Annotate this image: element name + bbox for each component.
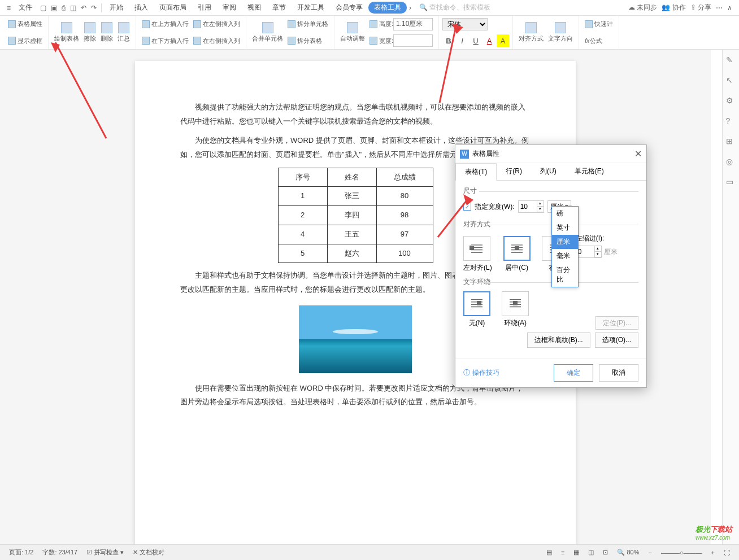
tab-layout[interactable]: 页面布局 <box>154 3 192 12</box>
size-section-label: 尺寸 <box>463 186 638 196</box>
tab-ref[interactable]: 引用 <box>192 3 217 12</box>
eraser-button[interactable]: 擦除 <box>81 21 98 44</box>
wrap-around-option[interactable] <box>502 291 529 316</box>
toolbox-icon[interactable]: ⊞ <box>726 137 736 147</box>
dd-item-cm[interactable]: 厘米 <box>552 235 578 249</box>
indent-input[interactable]: ▴▾ <box>576 246 602 258</box>
zoom-fit-icon[interactable]: ⊡ <box>598 549 612 556</box>
file-menu[interactable]: 文件 <box>13 3 38 12</box>
settings-icon[interactable]: ⚙ <box>726 96 736 106</box>
location-icon[interactable]: ◎ <box>726 157 736 167</box>
view-read-icon[interactable]: ◫ <box>584 549 598 556</box>
spin-up-icon[interactable]: ▴ <box>537 201 544 207</box>
tab-tabletools[interactable]: 表格工具 <box>368 2 407 14</box>
width-input[interactable]: ▴▾ <box>518 200 544 213</box>
col-width-input[interactable]: 宽度: <box>367 33 435 48</box>
cancel-button[interactable]: 取消 <box>599 364 638 382</box>
dialog-title: 表格属性 <box>472 149 499 159</box>
preview-icon[interactable]: ◫ <box>68 4 79 12</box>
close-icon[interactable]: ✕ <box>634 148 642 159</box>
zoom-slider[interactable]: ———○——— <box>657 549 707 556</box>
align-way-button[interactable]: 对齐方式 <box>516 21 546 44</box>
open-icon[interactable]: ▣ <box>49 4 59 12</box>
split-table-button[interactable]: 拆分表格 <box>285 36 331 46</box>
row-height-input[interactable]: 高度: 1.10厘米 <box>367 17 435 32</box>
formula-button[interactable]: fx 公式 <box>582 36 615 46</box>
zoom-level[interactable]: 🔍 80% <box>612 549 644 556</box>
more-icon[interactable]: ⋯ <box>714 4 725 12</box>
view-outline-icon[interactable]: ≡ <box>557 549 569 556</box>
table-row: 4王五97 <box>278 225 433 244</box>
dd-item-pt[interactable]: 磅 <box>552 207 578 221</box>
zoom-out-icon[interactable]: − <box>644 549 656 556</box>
align-center-option[interactable] <box>503 236 531 261</box>
tab-col[interactable]: 列(U) <box>531 163 566 180</box>
show-grid-button[interactable]: 显示虚框 <box>6 36 45 46</box>
document-table[interactable]: 序号姓名总成绩 1张三80 2李四98 4王五97 5赵六100 <box>278 168 433 263</box>
unit-dropdown-list[interactable]: 磅 英寸 厘米 毫米 百分比 <box>551 206 579 287</box>
help-link[interactable]: 操作技巧 <box>472 368 499 378</box>
draw-table-button[interactable]: 绘制表格 <box>52 21 81 44</box>
table-properties-dialog: W 表格属性 ✕ 表格(T) 行(R) 列(U) 单元格(E) 尺寸 ✓ 指定宽… <box>455 145 647 388</box>
tab-row[interactable]: 行(R) <box>497 163 531 180</box>
spell-check[interactable]: ☑ 拼写检查 ▾ <box>82 548 128 557</box>
insert-above-button[interactable]: 在上方插入行 <box>140 19 191 29</box>
dd-item-mm[interactable]: 毫米 <box>552 249 578 263</box>
search-input[interactable]: 🔍 查找命令、搜索模板 <box>419 3 490 12</box>
merge-cells-button[interactable]: 合并单元格 <box>250 21 285 44</box>
ok-button[interactable]: 确定 <box>554 364 593 382</box>
delete-button[interactable]: 删除 <box>98 21 115 44</box>
view-print-icon[interactable]: ▤ <box>542 549 557 556</box>
table-props-button[interactable]: 表格属性 <box>6 19 45 29</box>
watermark: 极光下载站 www.xz7.com <box>695 524 732 541</box>
wrap-none-option[interactable] <box>463 291 490 316</box>
tab-view[interactable]: 视图 <box>242 3 267 12</box>
dd-item-inch[interactable]: 英寸 <box>552 221 578 235</box>
insert-below-button[interactable]: 在下方插入行 <box>140 36 191 46</box>
auto-adjust-button[interactable]: 自动调整 <box>338 21 367 44</box>
undo-icon[interactable]: ↶ <box>79 4 89 12</box>
tab-section[interactable]: 章节 <box>267 3 292 12</box>
tab-vip[interactable]: 会员专享 <box>330 3 368 12</box>
document-image[interactable] <box>299 305 412 373</box>
insert-right-button[interactable]: 在右侧插入列 <box>191 36 242 46</box>
more-tabs-icon[interactable]: › <box>407 4 414 12</box>
tab-insert[interactable]: 插入 <box>129 3 154 12</box>
help-icon[interactable]: ? <box>726 116 736 126</box>
select-icon[interactable]: ↖ <box>726 76 736 86</box>
tab-dev[interactable]: 开发工具 <box>292 3 330 12</box>
border-shading-button[interactable]: 边框和底纹(B)... <box>527 333 590 348</box>
dialog-tabs: 表格(T) 行(R) 列(U) 单元格(E) <box>455 163 646 181</box>
tab-table[interactable]: 表格(T) <box>455 163 497 181</box>
dialog-titlebar[interactable]: W 表格属性 ✕ <box>455 145 646 163</box>
cloud-sync[interactable]: ☁ 未同步 <box>626 3 659 12</box>
pencil-icon[interactable]: ✎ <box>726 55 736 65</box>
dd-item-pct[interactable]: 百分比 <box>552 263 578 287</box>
summary-button[interactable]: 汇总 <box>115 21 132 44</box>
options-button[interactable]: 选项(O)... <box>595 333 638 348</box>
menu-icon[interactable]: ≡ <box>5 4 13 12</box>
fullscreen-icon[interactable]: ⛶ <box>719 549 734 556</box>
spin-down-icon[interactable]: ▾ <box>537 207 544 212</box>
tab-cell[interactable]: 单元格(E) <box>566 163 613 180</box>
coop-button[interactable]: 👥 协作 <box>659 3 688 12</box>
zoom-in-icon[interactable]: + <box>707 549 719 556</box>
fast-calc-button[interactable]: 快速计 <box>582 19 615 29</box>
word-count[interactable]: 字数: 23/417 <box>38 548 82 557</box>
new-icon[interactable]: ▢ <box>38 4 49 12</box>
doc-proof[interactable]: ✕ 文档校对 <box>128 548 169 557</box>
spec-width-label: 指定宽度(W): <box>475 202 515 212</box>
text-dir-button[interactable]: 文字方向 <box>546 21 575 44</box>
table-row: 2李四98 <box>278 206 433 225</box>
redo-icon[interactable]: ↷ <box>89 4 99 12</box>
split-cell-button[interactable]: 拆分单元格 <box>285 19 331 29</box>
collapse-icon[interactable]: ∧ <box>725 4 734 12</box>
view-web-icon[interactable]: ▦ <box>569 549 584 556</box>
tab-start[interactable]: 开始 <box>104 3 129 12</box>
tab-review[interactable]: 审阅 <box>217 3 242 12</box>
screen-icon[interactable]: ▭ <box>726 177 736 187</box>
share-button[interactable]: ⇪ 分享 <box>688 3 714 12</box>
page-indicator[interactable]: 页面: 1/2 <box>5 548 38 557</box>
insert-left-button[interactable]: 在左侧插入列 <box>191 19 242 29</box>
print-icon[interactable]: ⎙ <box>59 4 68 12</box>
